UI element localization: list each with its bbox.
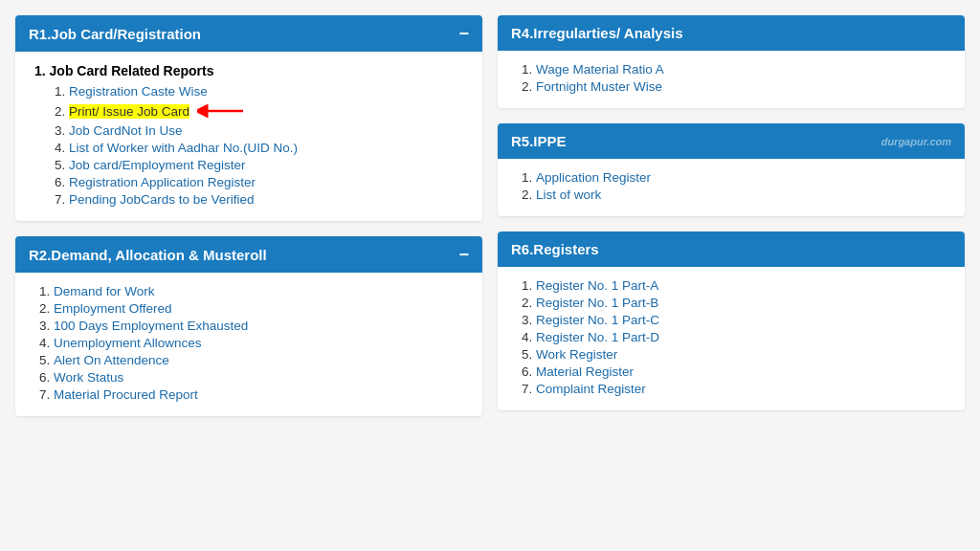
r5-title: R5.IPPE bbox=[511, 133, 567, 149]
r1-item-3-link[interactable]: Job CardNot In Use bbox=[69, 123, 183, 138]
r4-title: R4.Irregularties/ Analysis bbox=[511, 25, 683, 41]
r1-item-6-link[interactable]: Registration Application Register bbox=[69, 175, 256, 189]
watermark-text: durgapur.com bbox=[881, 136, 951, 147]
list-item[interactable]: Print/ Issue Job Card bbox=[69, 101, 467, 121]
r5-item-list: Application Register List of work bbox=[517, 170, 949, 202]
r4-card: R4.Irregularties/ Analysis Wage Material… bbox=[498, 15, 965, 108]
r6-title: R6.Registers bbox=[511, 241, 599, 257]
r6-card-header: R6.Registers bbox=[498, 231, 965, 267]
list-item[interactable]: Employment Offered bbox=[54, 301, 467, 316]
r1-title: R1.Job Card/Registration bbox=[29, 26, 201, 42]
r1-collapse-icon[interactable]: − bbox=[458, 25, 469, 42]
list-item[interactable]: Material Register bbox=[536, 364, 949, 379]
r1-item-1-link[interactable]: Registration Caste Wise bbox=[69, 84, 208, 99]
r5-card: R5.IPPE durgapur.com Application Registe… bbox=[498, 123, 965, 216]
r2-collapse-icon[interactable]: − bbox=[458, 246, 469, 263]
r1-item-2-highlighted[interactable]: Print/ Issue Job Card bbox=[69, 104, 189, 119]
red-arrow-icon bbox=[197, 101, 245, 121]
list-item[interactable]: Register No. 1 Part-A bbox=[536, 278, 949, 293]
list-item[interactable]: List of work bbox=[536, 187, 949, 202]
list-item[interactable]: Work Register bbox=[536, 347, 949, 362]
r1-item-7-link[interactable]: Pending JobCards to be Verified bbox=[69, 192, 255, 207]
list-item[interactable]: Register No. 1 Part-B bbox=[536, 296, 949, 310]
list-item[interactable]: Wage Material Ratio A bbox=[536, 62, 949, 77]
r2-card-header: R2.Demand, Allocation & Musteroll − bbox=[15, 236, 482, 273]
r4-card-body: Wage Material Ratio A Fortnight Muster W… bbox=[498, 51, 965, 108]
list-item[interactable]: Alert On Attendence bbox=[54, 353, 467, 367]
list-item[interactable]: Unemployment Allownces bbox=[54, 336, 467, 350]
list-item[interactable]: Complaint Register bbox=[536, 382, 949, 396]
list-item[interactable]: Job card/Employment Register bbox=[69, 158, 467, 172]
list-item[interactable]: Register No. 1 Part-C bbox=[536, 313, 949, 327]
r1-card-body: 1. Job Card Related Reports Registration… bbox=[15, 52, 482, 221]
r1-item-5-link[interactable]: Job card/Employment Register bbox=[69, 158, 246, 172]
r2-item-list: Demand for Work Employment Offered 100 D… bbox=[34, 284, 467, 402]
r5-card-header: R5.IPPE durgapur.com bbox=[498, 123, 965, 159]
r6-card: R6.Registers Register No. 1 Part-A Regis… bbox=[498, 231, 965, 410]
r5-card-body: Application Register List of work bbox=[498, 159, 965, 216]
list-item[interactable]: 100 Days Employment Exhausted bbox=[54, 319, 467, 333]
r1-card: R1.Job Card/Registration − 1. Job Card R… bbox=[15, 15, 482, 221]
list-item[interactable]: Job CardNot In Use bbox=[69, 123, 467, 138]
list-item[interactable]: Demand for Work bbox=[54, 284, 467, 298]
r4-item-list: Wage Material Ratio A Fortnight Muster W… bbox=[517, 62, 949, 94]
list-item[interactable]: Register No. 1 Part-D bbox=[536, 330, 949, 344]
r6-card-body: Register No. 1 Part-A Register No. 1 Par… bbox=[498, 267, 965, 410]
r1-item-4-link[interactable]: List of Worker with Aadhar No.(UID No.) bbox=[69, 141, 298, 155]
list-item[interactable]: List of Worker with Aadhar No.(UID No.) bbox=[69, 141, 467, 155]
list-item[interactable]: Pending JobCards to be Verified bbox=[69, 192, 467, 207]
list-item[interactable]: Fortnight Muster Wise bbox=[536, 79, 949, 94]
list-item[interactable]: Registration Application Register bbox=[69, 175, 467, 189]
list-item[interactable]: Material Procured Report bbox=[54, 387, 467, 402]
r1-section-title: 1. Job Card Related Reports bbox=[34, 63, 467, 78]
r2-card: R2.Demand, Allocation & Musteroll − Dema… bbox=[15, 236, 482, 416]
r1-item-list: Registration Caste Wise Print/ Issue Job… bbox=[34, 84, 467, 207]
list-item[interactable]: Application Register bbox=[536, 170, 949, 185]
r1-card-header: R1.Job Card/Registration − bbox=[15, 15, 482, 52]
r4-card-header: R4.Irregularties/ Analysis bbox=[498, 15, 965, 51]
r6-item-list: Register No. 1 Part-A Register No. 1 Par… bbox=[517, 278, 949, 396]
list-item[interactable]: Work Status bbox=[54, 370, 467, 385]
r2-card-body: Demand for Work Employment Offered 100 D… bbox=[15, 273, 482, 416]
list-item[interactable]: Registration Caste Wise bbox=[69, 84, 467, 99]
r2-title: R2.Demand, Allocation & Musteroll bbox=[29, 247, 267, 263]
